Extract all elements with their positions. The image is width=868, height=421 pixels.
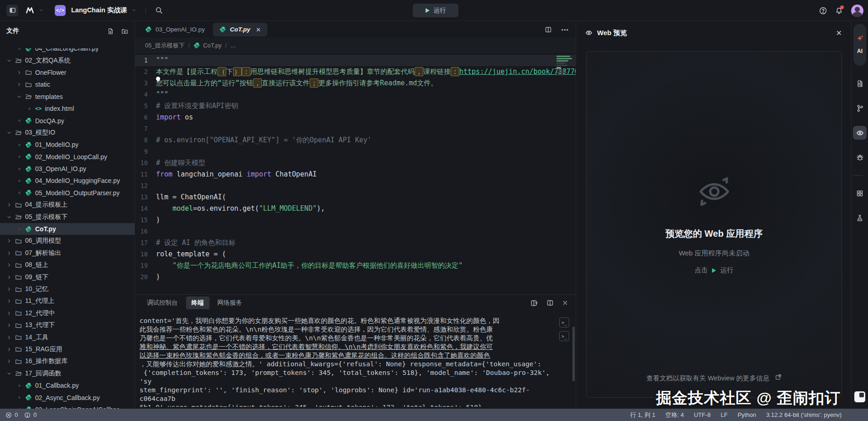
code-line[interactable]: 14 model=os.environ.get("LLM_MODELEND"), xyxy=(135,203,576,214)
file-search-icon[interactable] xyxy=(853,77,867,90)
tree-item[interactable]: 14_工具 xyxy=(0,331,135,343)
status-item[interactable]: LF xyxy=(721,411,728,418)
terminal-output[interactable]: content='首先，我明白你想要为你的女朋友购买一些她喜欢的颜色的花。粉色和… xyxy=(140,317,555,407)
close-preview-icon[interactable]: ✕ xyxy=(836,29,842,37)
tree-item[interactable]: 16_操作数据库 xyxy=(0,355,135,367)
terminal-tab[interactable]: 调试控制台 xyxy=(141,296,183,309)
close-tab-icon[interactable]: ✕ xyxy=(256,26,261,33)
new-folder-icon[interactable] xyxy=(121,28,128,35)
avatar[interactable] xyxy=(851,5,863,17)
errors-icon[interactable] xyxy=(5,412,12,418)
code-line[interactable]: 13 llm = ChatOpenAI( xyxy=(135,192,576,203)
code-line[interactable]: 3 您可以点击最上方的“运行”按钮，直接运行该文件；更多操作指引请参考Readm… xyxy=(135,78,576,89)
notifications-button[interactable] xyxy=(835,7,843,15)
tree-item[interactable]: 06_调用模型 xyxy=(0,235,135,247)
warning-count[interactable]: 0 xyxy=(33,411,36,418)
experiments-icon[interactable] xyxy=(853,211,867,225)
code-line[interactable]: 7 xyxy=(135,123,576,135)
code-line[interactable]: 8 # os.environ["OPENAI_API_KEY"] = '你的Op… xyxy=(135,135,576,146)
tree-item[interactable]: 02_文档QA系统 xyxy=(0,54,135,66)
tree-item[interactable]: 03_LangChainOpenAICallback... xyxy=(0,404,135,409)
tree-item[interactable]: 09_链下 xyxy=(0,271,135,283)
error-count[interactable]: 0 xyxy=(15,411,18,418)
split-terminal-icon[interactable] xyxy=(530,299,538,307)
help-icon[interactable] xyxy=(819,7,827,15)
code-line[interactable]: 20 ) xyxy=(135,271,576,283)
git-branch-icon[interactable] xyxy=(853,101,867,115)
tree-item[interactable]: DocQA.py xyxy=(0,114,135,126)
tree-item[interactable]: 04_提示模板上 xyxy=(0,199,135,211)
code-line[interactable]: 6 import os xyxy=(135,112,576,123)
status-item[interactable]: Python xyxy=(738,411,756,418)
tree-item[interactable]: 13_代理下 xyxy=(0,319,135,331)
project-name[interactable]: LangChain 实战课 xyxy=(71,6,127,15)
more-actions-icon[interactable]: ⋯ xyxy=(561,26,569,34)
tree-item[interactable]: 02_ModelIO_LoopCall.py xyxy=(0,151,135,163)
tree-item[interactable]: 17_回调函数 xyxy=(0,368,135,379)
preview-run-hint[interactable]: 点击 运行 xyxy=(695,266,733,275)
code-line[interactable]: 16 xyxy=(135,226,576,237)
bug-icon[interactable] xyxy=(853,151,867,164)
new-file-icon[interactable] xyxy=(107,28,114,35)
webview-doc-link[interactable]: 查看文档以获取有关 Webview 的更多信息 xyxy=(587,374,842,383)
tree-item[interactable]: 10_记忆 xyxy=(0,283,135,295)
split-editor-icon[interactable] xyxy=(545,26,552,33)
minimap[interactable] xyxy=(556,55,573,76)
code-line[interactable]: 15 ) xyxy=(135,214,576,226)
terminal-tab[interactable]: 网络服务 xyxy=(212,296,248,309)
code-line[interactable]: 4 """ xyxy=(135,89,576,100)
terminal-tab[interactable]: 终端 xyxy=(186,296,209,309)
code-line[interactable]: 9 xyxy=(135,146,576,157)
new-terminal-icon[interactable]: >_ xyxy=(559,317,569,327)
code-line[interactable]: 5 # 设置环境变量和API密钥 xyxy=(135,100,576,112)
close-panel-icon[interactable] xyxy=(562,300,568,306)
code-line[interactable]: 12 xyxy=(135,180,576,192)
editor-tab[interactable]: 03_OpenAI_IO.py xyxy=(139,23,211,36)
tree-item[interactable]: static xyxy=(0,78,135,90)
status-item[interactable]: 3.12.2 64-bit ('shims': pyenv) xyxy=(766,411,842,418)
tree-item[interactable]: 02_Async_Callback.py xyxy=(0,391,135,403)
marscode-logo-icon[interactable] xyxy=(26,6,34,15)
tree-item[interactable]: 08_链上 xyxy=(0,259,135,271)
ai-assistant-button[interactable]: AI xyxy=(853,24,866,66)
breadcrumb-item[interactable]: 05_提示模板下 xyxy=(145,42,185,50)
tree-item[interactable]: 03_OpenAI_IO.py xyxy=(0,163,135,175)
run-button[interactable]: 运行 xyxy=(413,4,458,17)
sidebar-toggle-button[interactable] xyxy=(6,5,18,16)
tree-item[interactable]: 05_ModelIO_OutputParser.py xyxy=(0,187,135,199)
tree-item[interactable]: 05_提示模板下 xyxy=(0,211,135,223)
tree-item[interactable]: templates xyxy=(0,91,135,103)
code-line[interactable]: 17 # 设定 AI 的角色和目标 xyxy=(135,237,576,249)
warnings-icon[interactable] xyxy=(24,412,31,418)
status-item[interactable]: 行 1, 列 1 xyxy=(630,411,655,419)
extensions-icon[interactable] xyxy=(853,187,867,200)
tree-item[interactable]: 04_ModelIO_HuggingFace.py xyxy=(0,175,135,187)
code-line[interactable]: 11 from langchain_openai import ChatOpen… xyxy=(135,169,576,180)
status-item[interactable]: 空格: 4 xyxy=(665,411,684,419)
terminal-scrollbar[interactable] xyxy=(572,327,575,381)
search-icon[interactable] xyxy=(155,6,163,14)
code-editor[interactable]: 1 """ 2 本文件是【提示工程（下）：用思维链和思维树提升模型思考质量】章节… xyxy=(135,53,576,294)
code-line[interactable]: 10 # 创建聊天模型 xyxy=(135,157,576,169)
code-line[interactable]: 1 """ xyxy=(135,55,576,66)
code-line[interactable]: 18 role_template = ( xyxy=(135,249,576,260)
panel-layout-icon[interactable] xyxy=(546,299,554,307)
tree-item[interactable]: 01_ModelIO.py xyxy=(0,139,135,151)
tree-item[interactable]: 15_RAG应用 xyxy=(0,343,135,355)
terminal-list-icon[interactable]: >_ xyxy=(559,331,569,341)
status-item[interactable]: UTF-8 xyxy=(694,411,711,418)
chevron-down-icon[interactable] xyxy=(131,8,136,13)
code-line[interactable]: 2 本文件是【提示工程（下）：用思维链和思维树提升模型思考质量】章节的配套代码，… xyxy=(135,66,576,78)
chevron-down-icon[interactable] xyxy=(39,8,44,13)
tree-item[interactable]: 01_Callback.py xyxy=(0,379,135,391)
tree-item[interactable]: 04_ChatLongChain.py xyxy=(0,48,135,54)
tree-item[interactable]: 12_代理中 xyxy=(0,307,135,319)
tree-item[interactable]: 11_代理上 xyxy=(0,295,135,307)
floating-widget-button[interactable] xyxy=(854,391,865,402)
editor-tab[interactable]: CoT.py ✕ xyxy=(213,23,267,36)
web-preview-icon[interactable] xyxy=(853,126,867,140)
tree-item[interactable]: OneFlower xyxy=(0,67,135,78)
breadcrumb-item[interactable]: ... xyxy=(230,42,235,49)
breadcrumb-item[interactable]: CoT.py xyxy=(193,42,221,49)
tree-item[interactable]: CoT.py xyxy=(0,223,135,235)
